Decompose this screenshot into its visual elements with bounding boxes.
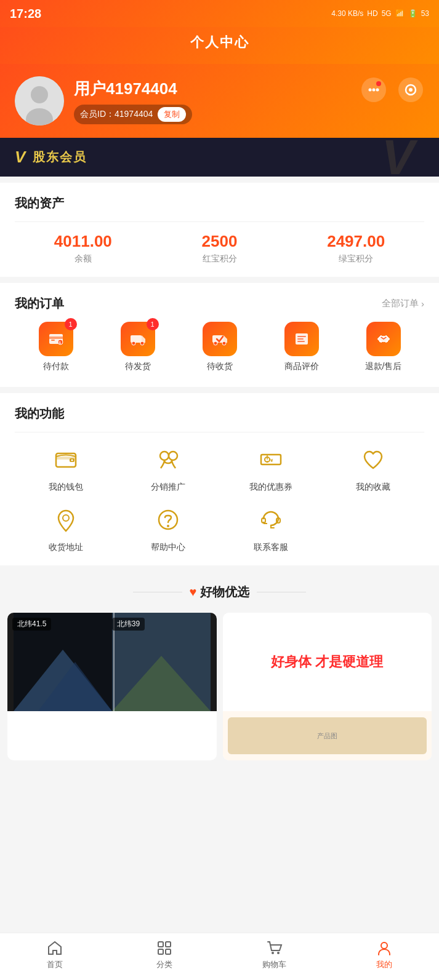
profile-actions [360, 76, 424, 103]
svg-rect-25 [297, 336, 306, 337]
svg-rect-26 [297, 338, 304, 340]
svg-point-22 [214, 341, 217, 345]
message-icon[interactable] [360, 76, 387, 103]
svg-point-32 [160, 452, 169, 460]
svg-point-38 [63, 515, 69, 521]
svg-point-56 [272, 952, 274, 954]
product-card-left[interactable]: 北纬41.5 北纬39 [7, 613, 217, 760]
pending-ship-icon-wrap: 1 [121, 322, 155, 356]
asset-green-points-label: 绿宝积分 [288, 253, 424, 265]
coupon-label: 我的优惠券 [249, 482, 292, 493]
product-card-right[interactable]: 好身体 才是硬道理 产品图 [223, 613, 432, 760]
svg-rect-52 [158, 942, 163, 947]
nav-category-label: 分类 [156, 959, 172, 970]
address-label: 收货地址 [49, 542, 83, 553]
settings-icon[interactable] [397, 76, 424, 103]
copy-button[interactable]: 复制 [158, 107, 186, 122]
review-label: 商品评价 [284, 361, 319, 372]
asset-red-points[interactable]: 2500 红宝积分 [151, 232, 288, 265]
status-bar: 17:28 4.30 KB/s HD 5G 📶 🔋 53 [0, 0, 439, 27]
svg-point-5 [373, 89, 376, 92]
promotion-label: 分销推广 [151, 482, 185, 493]
member-v-icon: V [15, 148, 25, 167]
function-wallet[interactable]: 我的钱包 [15, 442, 117, 493]
order-pending-payment[interactable]: 1 $ 待付款 [15, 322, 97, 372]
asset-balance[interactable]: 4011.00 余额 [15, 232, 151, 265]
good-products-header: ♥ 好物优选 [0, 572, 439, 613]
assets-divider [15, 221, 424, 222]
pending-payment-badge: 1 [65, 318, 77, 330]
functions-grid-row1: 我的钱包 分销推广 ¥ 我的优惠 [15, 442, 424, 493]
all-orders-link[interactable]: 全部订单 › [382, 298, 424, 309]
order-refund[interactable]: 退款/售后 [342, 322, 424, 372]
hd-badge: HD [367, 9, 377, 18]
svg-text:¥: ¥ [270, 458, 273, 463]
member-watermark: V [382, 129, 414, 186]
nav-profile-label: 我的 [376, 959, 392, 970]
svg-point-40 [167, 525, 169, 527]
functions-grid-row2: 收货地址 帮助中心 [15, 503, 424, 553]
avatar[interactable] [15, 76, 64, 125]
function-favorite[interactable]: 我的收藏 [322, 442, 424, 493]
product-image-left: 北纬41.5 北纬39 [7, 613, 217, 711]
nav-profile[interactable]: 我的 [329, 939, 439, 970]
svg-point-1 [31, 86, 48, 103]
order-review[interactable]: 商品评价 [260, 322, 342, 372]
products-row: 北纬41.5 北纬39 好身体 才是硬道理 产品图 [0, 613, 439, 760]
asset-red-points-value: 2500 [151, 232, 288, 251]
nav-cart[interactable]: 购物车 [220, 939, 329, 970]
svg-point-33 [169, 452, 177, 460]
order-pending-receive[interactable]: 待收货 [179, 322, 260, 372]
wallet-icon [49, 442, 83, 477]
product-text-red: 好身体 才是硬道理 [265, 647, 389, 677]
heart-icon: ♥ [190, 585, 197, 599]
function-help[interactable]: 帮助中心 [117, 503, 219, 553]
nav-category[interactable]: 分类 [110, 939, 219, 970]
order-pending-ship[interactable]: 1 待发货 [97, 322, 179, 372]
refund-icon-wrap [366, 322, 401, 356]
member-id-badge: 会员ID：41974404 复制 [74, 105, 192, 124]
good-products-text: 好物优选 [200, 584, 249, 600]
coupon-icon: ¥ [254, 442, 288, 477]
function-service[interactable]: 联系客服 [220, 503, 322, 553]
chevron-right-icon: › [421, 298, 424, 309]
function-empty [322, 503, 424, 553]
header-line-right [257, 592, 306, 592]
function-promotion[interactable]: 分销推广 [117, 442, 219, 493]
pending-receive-icon-wrap [203, 322, 237, 356]
member-card[interactable]: V 股东会员 V [0, 138, 439, 177]
svg-point-4 [369, 89, 372, 92]
nav-home[interactable]: 首页 [0, 939, 110, 970]
svg-point-57 [277, 952, 280, 954]
function-coupon[interactable]: ¥ 我的优惠券 [220, 442, 322, 493]
orders-title: 我的订单 [15, 295, 64, 312]
products-section: ♥ 好物优选 北纬41.5 北纬39 [0, 572, 439, 810]
svg-point-31 [71, 460, 73, 461]
product-image-right: 好身体 才是硬道理 [223, 613, 432, 711]
product-label-2: 北纬39 [112, 618, 145, 631]
signal-icon: 📶 [395, 9, 405, 18]
service-icon [254, 503, 288, 537]
svg-point-7 [376, 81, 381, 86]
function-address[interactable]: 收货地址 [15, 503, 117, 553]
promotion-icon [151, 442, 185, 477]
status-icons: 4.30 KB/s HD 5G 📶 🔋 53 [331, 9, 429, 18]
product-label-1: 北纬41.5 [12, 618, 51, 631]
favorite-label: 我的收藏 [356, 482, 390, 493]
orders-icons-row: 1 $ 待付款 1 [15, 322, 424, 372]
asset-green-points[interactable]: 2497.00 绿宝积分 [288, 232, 424, 265]
speed-indicator: 4.30 KB/s [331, 9, 363, 18]
assets-title: 我的资产 [15, 195, 424, 212]
svg-point-6 [376, 89, 379, 92]
svg-rect-54 [158, 949, 163, 954]
all-orders-text: 全部订单 [382, 298, 419, 309]
svg-rect-13 [51, 340, 55, 341]
svg-rect-55 [166, 949, 171, 954]
battery-icon: 🔋 [408, 9, 417, 18]
svg-rect-16 [131, 335, 142, 343]
help-icon [151, 503, 185, 537]
help-label: 帮助中心 [151, 542, 185, 553]
nav-cart-label: 购物车 [262, 959, 286, 970]
functions-section: 我的功能 我的钱包 [0, 393, 439, 565]
favorite-icon [356, 442, 390, 477]
